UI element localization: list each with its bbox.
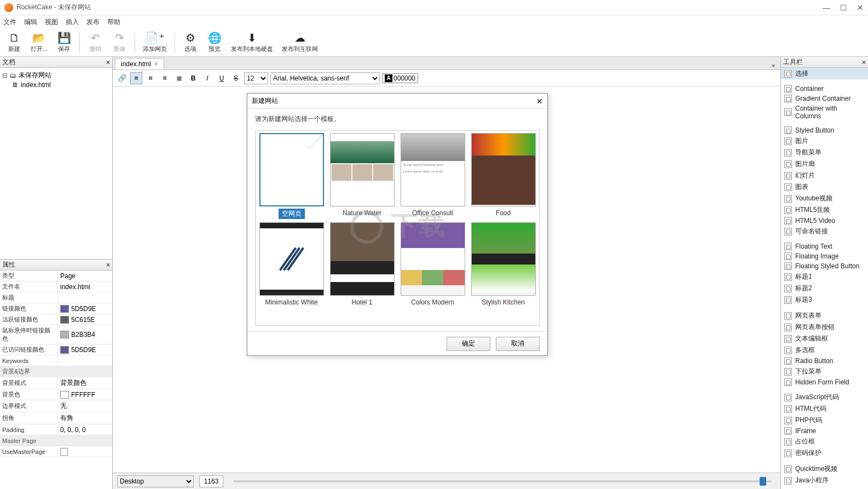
tool-item[interactable]: ▢可命名链接 (781, 226, 868, 237)
tool-item[interactable]: ▢标题3 (781, 294, 868, 306)
property-row[interactable]: 链接颜色5D5D9E (0, 303, 112, 314)
tool-item[interactable]: ▢HTML5 Video (781, 216, 868, 226)
tool-item[interactable]: ▢文本编辑框 (781, 333, 868, 344)
property-row[interactable]: 类型Page (0, 271, 112, 281)
close-button[interactable]: ✕ (857, 3, 864, 12)
property-row[interactable]: 文件名index.html (0, 281, 112, 292)
tool-item[interactable]: ▢标题1 (781, 271, 868, 283)
tool-item[interactable]: ▢图表 (781, 181, 868, 193)
minimize-button[interactable]: — (823, 3, 830, 12)
slider-thumb[interactable] (760, 477, 766, 486)
template-item[interactable]: Some catchy headline here.Lorem ipsum do… (399, 133, 466, 219)
menu-file[interactable]: 文件 (3, 18, 16, 27)
color-swatch[interactable] (60, 331, 69, 338)
tree-collapse-icon[interactable]: ⊟ (2, 72, 8, 79)
device-select[interactable]: Desktop (117, 475, 194, 487)
documents-panel-close-icon[interactable]: × (106, 59, 110, 66)
text-color-button[interactable]: A 000000 (382, 73, 418, 83)
template-item[interactable]: Nature Water (328, 133, 396, 219)
color-swatch[interactable] (60, 391, 69, 399)
property-row[interactable]: 拐角有角 (0, 412, 112, 424)
tool-item[interactable]: ▢导航菜单 (781, 147, 868, 158)
tool-item[interactable]: ▢下拉菜单 (781, 366, 868, 377)
property-row[interactable]: 已访问链接颜色5D5D9E (0, 344, 112, 355)
font-family-select[interactable]: Arial, Helvetica, sans-serif (270, 72, 380, 84)
toolbar-save-button[interactable]: 💾保存 (53, 31, 75, 54)
tab-overflow-icon[interactable]: ▾ (768, 62, 778, 70)
template-item[interactable]: Colors Modern (399, 222, 466, 307)
menu-insert[interactable]: 插入 (66, 18, 79, 27)
toolbar-new-button[interactable]: 🗋新建 (3, 31, 25, 54)
tool-item[interactable]: ▢IFrame (781, 426, 868, 436)
color-swatch[interactable] (60, 305, 69, 313)
align-left-button[interactable]: ≡ (130, 72, 142, 84)
tool-item[interactable]: ▢Gradient Container (781, 94, 868, 103)
tool-item[interactable]: ▢图片廊 (781, 158, 868, 170)
strike-button[interactable]: S (230, 72, 242, 84)
tool-item[interactable]: ▢Hidden Form Field (781, 377, 868, 387)
template-item[interactable]: Minimalistic White (258, 222, 325, 307)
ok-button[interactable]: 确定 (447, 337, 490, 351)
tool-item[interactable]: ▢网页表单 (781, 310, 868, 321)
property-row[interactable]: 背景模式背景颜色 (0, 377, 112, 389)
menu-help[interactable]: 帮助 (107, 18, 120, 27)
template-item[interactable]: Hotel 1 (328, 222, 396, 307)
color-swatch[interactable] (60, 316, 69, 324)
tool-item[interactable]: ▢标题2 (781, 283, 868, 294)
bold-button[interactable]: B (187, 72, 199, 84)
zoom-slider[interactable] (233, 480, 772, 482)
template-item[interactable]: Food (470, 133, 537, 219)
tool-item[interactable]: ▢占位框 (781, 436, 868, 447)
property-row[interactable]: Padding0, 0, 0, 0 (0, 424, 112, 435)
maximize-button[interactable]: ☐ (840, 3, 847, 12)
align-justify-button[interactable]: ≣ (173, 72, 185, 84)
tool-item[interactable]: ▢Floating Text (781, 241, 868, 251)
color-swatch[interactable] (60, 346, 69, 354)
tool-item[interactable]: ▢Quicktime视频 (781, 463, 868, 475)
property-row[interactable]: 活跃链接颜色5C615E (0, 314, 112, 325)
tool-item[interactable]: ▢Java小程序 (781, 475, 868, 486)
tree-item-index[interactable]: 🗎 index.html (12, 80, 110, 89)
toolbar-options-button[interactable]: ⚙选项 (180, 31, 201, 54)
menu-publish[interactable]: 发布 (86, 18, 100, 27)
tool-item[interactable]: ▢多选框 (781, 344, 868, 356)
width-input[interactable] (199, 475, 223, 487)
property-row[interactable]: 标题 (0, 292, 112, 303)
cancel-button[interactable]: 取消 (496, 337, 540, 351)
tree-root[interactable]: ⊟ 🗂 未保存网站 (2, 70, 110, 80)
tool-item[interactable]: ▢密码保护 (781, 447, 868, 459)
tool-item[interactable]: ▢Radio Button (781, 356, 868, 366)
property-row[interactable]: 背景色FFFFFF (0, 389, 112, 400)
toolbar-addpage-button[interactable]: 📄⁺添加网页 (140, 31, 170, 54)
tool-item[interactable]: ▢图片 (781, 135, 868, 147)
tool-item[interactable]: ▢Container with Columns (781, 103, 868, 121)
tool-item[interactable]: ▢幻灯片 (781, 170, 868, 181)
properties-panel-close-icon[interactable]: × (106, 261, 110, 269)
tool-item[interactable]: ▢Floating Image (781, 251, 868, 261)
tab-close-icon[interactable]: × (154, 60, 158, 68)
toolbar-pubnet-button[interactable]: ☁发布到互联网 (279, 31, 321, 54)
tool-item[interactable]: ▢Styled Button (781, 125, 868, 135)
tool-item[interactable]: ▢选择 (781, 68, 868, 79)
checkbox[interactable] (60, 448, 68, 456)
property-row[interactable]: 鼠标悬停时链接颜色B2B3B4 (0, 325, 112, 344)
align-center-button[interactable]: ≡ (144, 72, 157, 84)
menu-edit[interactable]: 编辑 (24, 18, 37, 27)
tools-panel-close-icon[interactable]: × (862, 59, 866, 66)
property-row[interactable]: 边界模式无 (0, 400, 112, 412)
tool-item[interactable]: ▢HTML代码 (781, 403, 868, 415)
document-tab-index[interactable]: index.html × (115, 58, 164, 70)
tool-item[interactable]: ▢PHP代码 (781, 415, 868, 426)
tool-item[interactable]: ▢JavaScript代码 (781, 392, 868, 403)
toolbar-open-button[interactable]: 📂打开... (27, 31, 51, 54)
tool-item[interactable]: ▢Container (781, 84, 868, 94)
align-right-button[interactable]: ≡ (159, 72, 171, 84)
underline-button[interactable]: U (216, 72, 228, 84)
tool-item[interactable]: ▢Youtube视频 (781, 193, 868, 204)
menu-view[interactable]: 视图 (45, 18, 58, 27)
template-list[interactable]: 空网页Nature WaterSome catchy headline here… (255, 130, 540, 326)
toolbar-publocal-button[interactable]: ⬇发布到本地硬盘 (228, 31, 276, 54)
tool-item[interactable]: ▢Floating Styled Button (781, 261, 868, 271)
tool-item[interactable]: ▢网页表单按钮 (781, 321, 868, 333)
property-row[interactable]: Keywords (0, 355, 112, 366)
